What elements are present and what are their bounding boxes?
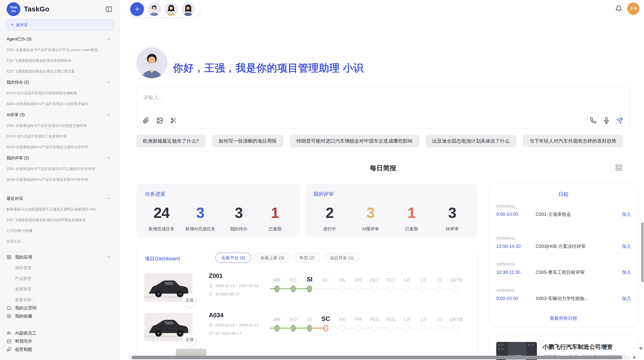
image-upload-icon[interactable] [156, 117, 163, 124]
project-row[interactable]: 王强 Z001 2023-12-19 ~ 2027-01-19 SI-2025-… [137, 270, 477, 309]
phone-icon[interactable] [590, 117, 596, 124]
milestone-label: FEC [383, 277, 399, 283]
chevron-up-icon[interactable] [107, 113, 110, 117]
project-row[interactable]: 王强 A034 2023-12-19 ~ 2026-01-19 SC-2025-… [137, 309, 477, 349]
sidebar-item-my-apps[interactable]: 我的应用 [7, 254, 113, 260]
join-button[interactable]: 加入 [622, 269, 631, 275]
layout-grid-icon[interactable] [615, 164, 623, 171]
logo-row: Task Go TaskGo [7, 2, 113, 16]
chevron-up-icon[interactable] [107, 81, 110, 84]
user-avatar[interactable]: 王强 [627, 3, 639, 15]
section-header-my-todo[interactable]: 我的待办 (2) [7, 80, 113, 85]
horizontal-scrollbar-thumb[interactable] [131, 356, 622, 359]
dashboard-tabs: 全新平台 (4) 全新上装 (3) 年型 (2) 动总开发 (1) [215, 253, 359, 263]
suggestion-chip[interactable]: 当下年轻人对汽车外观有怎样的喜好趋势 [523, 135, 623, 147]
sidebar-item[interactable]: Z001-全新燃油轻卡产品开发项目SI节点属性5D文件评审 [7, 166, 113, 171]
microphone-icon[interactable] [603, 117, 610, 124]
milestone-dot [372, 286, 377, 292]
suggestion-chips: 欧洲新规最近颁布了什么? 如何写一份清晰的项目周报 特朗普可能对进口汽车增税会对… [136, 135, 631, 147]
sidebar-item-creative-drawing[interactable]: 创意制图 [7, 347, 113, 352]
sidebar-item[interactable]: C02-飞腾新能源轻客改款项目立项汇报方案 [7, 69, 113, 74]
sidebar-item[interactable]: A034-全新新能源MUV产品开发项目计划变更表编写 [7, 101, 113, 106]
apps-view-all[interactable]: 查看全部... [15, 297, 113, 303]
agent-avatar-3[interactable] [181, 2, 195, 16]
stat-ai-pre-review: 3AI预评审 [358, 203, 383, 232]
join-button[interactable]: 加入 [622, 243, 631, 249]
milestone-dot [340, 286, 345, 292]
recent-chat-item[interactable]: 公司Q3轻卡销量 [7, 228, 113, 233]
agent-avatar-1[interactable] [147, 2, 161, 16]
project-code: Z001 [209, 272, 267, 279]
scroll-right-arrow-icon[interactable] [633, 356, 636, 359]
schedule-date: 2025/03/11 [496, 204, 631, 208]
sidebar-item-cloud-space[interactable]: 我的云空间 [7, 305, 113, 311]
scroll-down-arrow-icon[interactable] [639, 347, 643, 350]
star-badge-icon [7, 314, 11, 319]
sidebar-item[interactable]: C0X4-动力总成开发项目工程变更评审 [7, 134, 113, 139]
chat-input[interactable] [143, 93, 551, 102]
recent-view-all[interactable]: 查看全部... [7, 239, 113, 244]
chevron-up-icon[interactable] [107, 255, 110, 259]
sidebar-item-ai-super-staff[interactable]: AI超级员工 [7, 330, 113, 336]
add-agent-button[interactable] [130, 2, 144, 16]
tab-all-new-body[interactable]: 全新上装 (3) [255, 253, 290, 263]
section-header-agent-done[interactable]: Agent已办 (3) [7, 37, 113, 42]
apps-grid-icon [7, 255, 11, 260]
view-all-schedule-link[interactable]: 查看所有日程 [489, 315, 638, 321]
sidebar-item[interactable]: C0X4-动力总成开发项目SI里程碑提交物检查 [7, 91, 113, 96]
milestone-label: KO [285, 277, 301, 283]
attachment-icon[interactable] [143, 117, 149, 124]
join-button[interactable]: 加入 [622, 295, 631, 302]
horizontal-scrollbar-track[interactable] [128, 356, 631, 359]
schedule-event-title: C001-立项审批会 [536, 211, 622, 217]
milestone-dot [453, 325, 459, 332]
milestone-label: LS [415, 317, 432, 322]
schedule-event-title: C003|H0B-方案冻结评审 [536, 243, 622, 249]
tab-all-new-platform[interactable]: 全新平台 (4) [215, 253, 251, 263]
chevron-up-icon[interactable] [107, 197, 110, 200]
new-chat-button[interactable]: + 新对话 [7, 19, 113, 31]
vertical-scrollbar-thumb[interactable] [641, 222, 643, 282]
schedule-date: 2025/03/11 [496, 288, 631, 292]
milestone-label: SC [318, 277, 334, 283]
section-header-recent[interactable]: 最近对话 [7, 196, 113, 201]
agent-avatar-2[interactable] [164, 2, 178, 16]
divider [496, 227, 631, 227]
sidebar-item[interactable]: A034-全新新能源MUV产品开发项目造型可行性评审 [7, 177, 113, 182]
suggestion-chip[interactable]: 欧洲新规最近颁布了什么? [136, 135, 206, 147]
notification-bell-icon[interactable] [615, 5, 622, 12]
app-item-change-mgmt[interactable]: 变更管理 [15, 287, 113, 292]
sidebar-item[interactable]: Z001-全新燃油皮卡产品开发项目SI节点Lesson Learn报告 [7, 47, 113, 52]
project-dates: 2023-12-19 ~ 2026-01-19 [209, 323, 267, 327]
suggestion-chip[interactable]: 特朗普可能对进口汽车增税会对中国车企造成哪些影响 [290, 135, 419, 147]
scissors-icon[interactable] [170, 117, 177, 124]
chevron-up-icon[interactable] [107, 37, 110, 41]
milestone-dot [340, 325, 345, 332]
sidebar-item[interactable]: C02-飞腾新能源轻客改款项目里程碑画布 [7, 58, 113, 63]
schedule-time: 9:00-10:00 [496, 212, 536, 217]
sidebar-collapse-icon[interactable] [105, 6, 112, 13]
section-header-ai-review[interactable]: AI评审 (3) [7, 112, 113, 117]
sidebar-item-favorites[interactable]: 我的收藏 [7, 313, 113, 319]
milestone-label: J1 [432, 317, 448, 322]
send-icon[interactable] [616, 117, 623, 124]
app-item-project-mgmt[interactable]: 项目管理 [15, 265, 113, 271]
tab-powertrain-dev[interactable]: 动总开发 (1) [324, 253, 360, 263]
app-item-product-mgmt[interactable]: 产品管理 [15, 276, 113, 281]
sidebar-item[interactable]: Z001-全新燃油轻卡产品开发项目SI造型提交物评审 [7, 123, 113, 128]
section-header-my-review[interactable]: 我的评审 (2) [7, 156, 113, 161]
suggestion-chip[interactable]: 比亚迪全固态电池计划具体说了什么 [426, 135, 516, 147]
sidebar-item[interactable]: A034-全新新能源MUV产品开发项目法规符合性评审 [7, 144, 113, 149]
sidebar-item-help-me-write[interactable]: 帮我写作 [7, 338, 113, 344]
project-flag-milestone: SC-2025-05-17 [209, 331, 267, 336]
users-icon [7, 331, 11, 336]
join-button[interactable]: 加入 [622, 211, 631, 217]
milestone-label: PEC [367, 317, 383, 322]
suggestion-chip[interactable]: 如何写一份清晰的项目周报 [212, 135, 283, 147]
chat-composer [136, 86, 630, 129]
recent-chat-item[interactable]: C02-飞腾新能源轻客改款项目的闭环通告反馈情况 [7, 217, 113, 222]
recent-chat-item[interactable]: 解释最新出台的欧盟报废车法规再生塑料比例被调至15%... [7, 207, 113, 212]
milestone-dot [323, 325, 328, 332]
tab-model-year[interactable]: 年型 (2) [294, 253, 320, 263]
chevron-up-icon[interactable] [107, 156, 110, 160]
